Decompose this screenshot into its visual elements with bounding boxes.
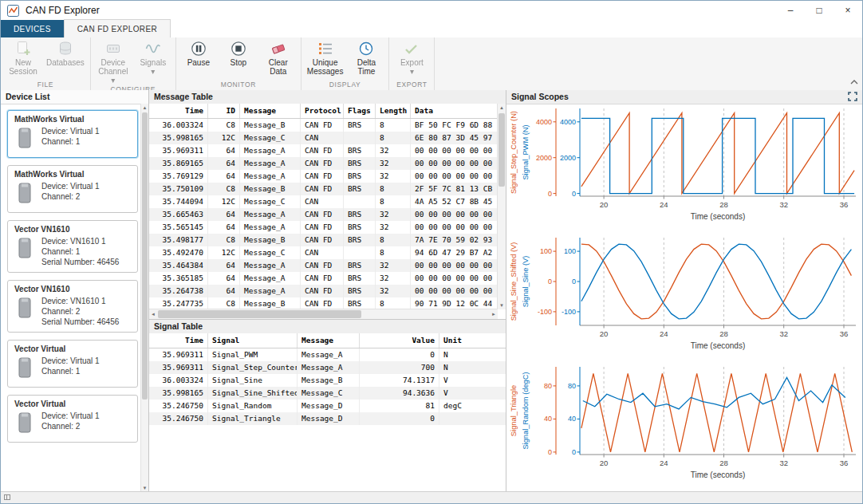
- table-cell: BRS: [344, 285, 376, 297]
- column-header-time[interactable]: Time: [149, 333, 208, 348]
- table-row[interactable]: 35.49247012CMessage_CCAN894 6D 47 29 B7 …: [149, 246, 498, 259]
- collapse-ribbon-icon[interactable]: [850, 73, 858, 88]
- table-row[interactable]: 35.26473864Message_ACAN FDBRS3200 00 00 …: [149, 285, 498, 297]
- maximize-button[interactable]: □: [805, 1, 833, 20]
- device-card[interactable]: Vector VN1610Device: VN1610 1Channel: 1S…: [7, 220, 138, 273]
- table-row[interactable]: 35.46438464Message_ACAN FDBRS3200 00 00 …: [149, 259, 498, 272]
- scrollbar-thumb[interactable]: [498, 113, 505, 187]
- table-cell: 35.665463: [149, 208, 208, 221]
- svg-text:32: 32: [779, 200, 788, 209]
- scroll-up-icon[interactable]: ▲: [498, 104, 506, 112]
- device-list-scrollbar[interactable]: ▲ ▼: [140, 104, 148, 492]
- resize-grip[interactable]: [4, 494, 10, 500]
- table-cell: 35.498177: [149, 234, 208, 246]
- message-table-vscrollbar[interactable]: ▲ ▼: [497, 104, 506, 309]
- scroll-right-icon[interactable]: ►: [490, 309, 498, 319]
- table-row[interactable]: 35.99816512CMessage_CCAN86E 80 87 3D 45 …: [149, 132, 498, 144]
- pause-icon: [182, 40, 215, 58]
- device-channel-button[interactable]: Device Channel ▾: [93, 38, 133, 85]
- table-row[interactable]: 35.750109C8Message_BCAN FDBRS82F 5F 7C 8…: [149, 183, 498, 195]
- tab-devices[interactable]: DEVICES: [1, 20, 64, 37]
- table-cell: 64: [208, 259, 240, 272]
- scrollbar-thumb[interactable]: [142, 112, 148, 400]
- table-cell: 700: [360, 361, 439, 374]
- new-session-button[interactable]: New Session: [3, 38, 43, 76]
- column-header-length[interactable]: Length: [376, 104, 411, 118]
- table-row[interactable]: 36.003324Signal_SineMessage_B74.1317V: [149, 374, 506, 387]
- column-header-message[interactable]: Message: [298, 333, 360, 348]
- export-button[interactable]: Export ▾: [392, 38, 432, 76]
- table-row[interactable]: 35.246750Signal_TriangleMessage_D0: [149, 412, 506, 425]
- device-card[interactable]: MathWorks VirtualDevice: Virtual 1Channe…: [7, 165, 138, 213]
- table-cell: N: [439, 361, 506, 374]
- device-details: Device: Virtual 1Channel: 2: [41, 181, 100, 207]
- table-cell: Message_C: [240, 132, 301, 144]
- table-cell: 64: [208, 285, 240, 297]
- table-row[interactable]: 35.969311Signal_PWMMessage_A0N: [149, 348, 506, 361]
- table-cell: 6E 80 87 3D 45 97 57 40: [411, 132, 498, 144]
- device-card[interactable]: Vector VN1610Device: VN1610 1Channel: 2S…: [7, 280, 138, 333]
- table-row[interactable]: 35.74409412CMessage_CCAN84A A5 52 C7 8B …: [149, 195, 498, 208]
- device-card[interactable]: Vector VirtualDevice: Virtual 1Channel: …: [7, 395, 138, 443]
- signals-button[interactable]: Signals ▾: [133, 38, 173, 76]
- scroll-left-icon[interactable]: ◄: [149, 309, 157, 319]
- table-row[interactable]: 35.96931164Message_ACAN FDBRS3200 00 00 …: [149, 144, 498, 157]
- table-row[interactable]: 35.969311Signal_Step_CounterMessage_A700…: [149, 361, 506, 374]
- column-header-value[interactable]: Value: [360, 333, 439, 348]
- column-header-signal[interactable]: Signal: [208, 333, 298, 348]
- table-row[interactable]: 35.86916564Message_ACAN FDBRS3200 00 00 …: [149, 157, 498, 170]
- table-cell: 35.769129: [149, 170, 208, 183]
- device-card[interactable]: MathWorks VirtualDevice: Virtual 1Channe…: [7, 110, 138, 158]
- delta-time-button[interactable]: Delta Time: [346, 38, 386, 76]
- minimize-button[interactable]: –: [776, 1, 805, 20]
- ribbon-toolbar: New SessionDatabasesFILEDevice Channel ▾…: [1, 37, 862, 91]
- table-cell: Signal_PWM: [208, 348, 298, 361]
- device-card[interactable]: Vector VirtualDevice: Virtual 1Channel: …: [7, 340, 138, 388]
- column-header-flags[interactable]: Flags: [344, 104, 376, 118]
- table-row[interactable]: 35.998165Signal_Sine_ShiftedMessage_C94.…: [149, 387, 506, 400]
- table-cell: 94 6D 47 29 B7 A2 47 40: [411, 246, 498, 259]
- table-cell: 35.246750: [149, 412, 208, 425]
- close-button[interactable]: ×: [833, 1, 862, 20]
- message-table-hscrollbar[interactable]: ◄ ►: [149, 309, 498, 319]
- table-cell: Message_A: [298, 348, 360, 361]
- databases-button[interactable]: Databases: [43, 38, 88, 67]
- table-cell: 00 00 00 00 00 00 00 00 00 00 00 00: [411, 170, 498, 183]
- table-cell: 64: [208, 170, 240, 183]
- stop-button[interactable]: Stop: [219, 38, 258, 67]
- clear-data-button[interactable]: Clear Data: [258, 38, 298, 76]
- column-header-time[interactable]: Time: [149, 104, 208, 118]
- tab-can-fd-explorer[interactable]: CAN FD EXPLORER: [64, 19, 171, 37]
- databases-icon: [46, 40, 85, 58]
- scroll-down-icon[interactable]: ▼: [498, 301, 506, 309]
- svg-text:Signal_Step_Counter (N): Signal_Step_Counter (N): [510, 111, 518, 194]
- column-header-protocol[interactable]: Protocol: [301, 104, 344, 118]
- column-header-data[interactable]: Data: [411, 104, 498, 118]
- scroll-up-icon[interactable]: ▲: [141, 104, 148, 112]
- svg-text:100: 100: [564, 247, 576, 255]
- table-cell: Signal_Sine_Shifted: [208, 387, 298, 400]
- table-cell: 12C: [208, 195, 240, 208]
- table-cell: Message_B: [240, 183, 301, 195]
- pause-button[interactable]: Pause: [179, 38, 219, 67]
- table-row[interactable]: 35.76912964Message_ACAN FDBRS3200 00 00 …: [149, 170, 498, 183]
- device-list: MathWorks VirtualDevice: Virtual 1Channe…: [1, 104, 141, 492]
- table-row[interactable]: 35.56514564Message_ACAN FDBRS3200 00 00 …: [149, 221, 498, 234]
- table-cell: CAN FD: [301, 183, 344, 195]
- table-cell: 64: [208, 208, 240, 221]
- unique-messages-button[interactable]: Unique Messages: [304, 38, 347, 76]
- table-row[interactable]: 35.246750Signal_RandomMessage_D81degC: [149, 400, 506, 412]
- column-header-id[interactable]: ID: [208, 104, 240, 118]
- table-row[interactable]: 35.498177C8Message_BCAN FDBRS87A 7E 70 5…: [149, 234, 498, 246]
- signal-scopes-header: Signal Scopes: [506, 90, 862, 104]
- table-row[interactable]: 35.36518564Message_ACAN FDBRS3200 00 00 …: [149, 272, 498, 285]
- column-header-message[interactable]: Message: [240, 104, 301, 118]
- scrollbar-thumb[interactable]: [158, 310, 361, 318]
- table-row[interactable]: 35.66546364Message_ACAN FDBRS3200 00 00 …: [149, 208, 498, 221]
- svg-text:36: 36: [840, 459, 849, 467]
- table-row[interactable]: 35.247735C8Message_BCAN FDBRS890 71 9D 1…: [149, 297, 498, 309]
- table-row[interactable]: 36.003324C8Message_BCAN FDBRS8BF 50 FC F…: [149, 119, 498, 132]
- column-header-unit[interactable]: Unit: [439, 333, 506, 348]
- table-cell: BRS: [344, 234, 376, 246]
- device-details: Device: Virtual 1Channel: 2: [41, 411, 100, 437]
